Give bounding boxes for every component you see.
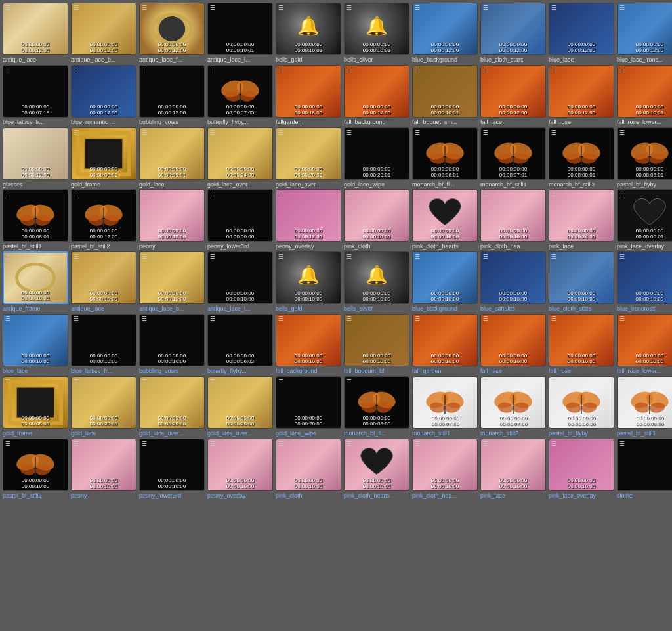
list-item[interactable]: ☰00:00:00:0000:00:10:00bubbling_vows (139, 314, 206, 375)
list-item[interactable]: ☰ 00:00:00:0000:00:10:00pink_cloth_heart… (344, 439, 411, 500)
list-item[interactable]: ☰00:00:00:0000:00:10:00fall_lace (480, 314, 547, 375)
list-item[interactable]: ☰ 🔔 00:00:00:0000:00:10:01bells_gold (276, 3, 343, 64)
list-item[interactable]: ☰00:00:00:0000:00:10:00fall_garden (412, 314, 479, 375)
list-item[interactable]: ☰00:00:00:0000:00:12:00blue_lace (549, 3, 616, 64)
list-item[interactable]: ☰00:00:00:0000:00:10:00pink_cloth_hea... (480, 189, 547, 250)
thumbnail-wrapper[interactable]: ☰00:00:00:0000:00:10:00 (276, 314, 341, 366)
thumbnail-wrapper[interactable]: ☰ 00:00:00:0000:00:07:00 (480, 376, 546, 429)
list-item[interactable]: ☰ 00:00:00:0000:00:06:01pastel_bf_flyby (617, 127, 672, 188)
thumbnail-wrapper[interactable]: ☰00:00:00:0000:00:12:00 (412, 3, 478, 55)
list-item[interactable]: ☰00:00:00:0000:00:10:00pink_cloth (344, 189, 411, 250)
thumbnail-wrapper[interactable]: ☰00:00:00:0000:00:10:00 (617, 314, 672, 366)
thumbnail-wrapper[interactable]: ☰00:00:00:0000:00:12:00 (71, 65, 136, 118)
thumbnail-wrapper[interactable]: ☰00:00:00:0000:00:10:01 (412, 65, 478, 118)
thumbnail-wrapper[interactable]: ☰00:00:00:0000:00:06:02 (207, 314, 273, 366)
thumbnail-wrapper[interactable]: ☰ 00:00:00:0000:00:20:00 (71, 376, 136, 429)
list-item[interactable]: ☰00:00:00:0000:00:20:01gold_lace_wipe (344, 127, 411, 188)
thumbnail-wrapper[interactable]: ☰00:00:00:0000:00:12:00 (480, 3, 546, 55)
list-item[interactable]: ☰ 00:00:00:0000:00:24:00gold_lace_over..… (207, 127, 274, 188)
thumbnail-wrapper[interactable]: ☰ 00:00:00:0000:00:06:01 (412, 127, 478, 180)
list-item[interactable]: ☰00:00:00:0000:00:10:01fall_rose_lower..… (617, 65, 672, 126)
list-item[interactable]: ☰00:00:00:0000:00:10:00pink_cloth_hea... (412, 439, 479, 500)
list-item[interactable]: ☰00:00:00:0000:00:10:01antique_lace_l... (207, 3, 274, 64)
list-item[interactable]: ☰ 00:00:00:0000:00:10:00antique_frame (3, 251, 70, 313)
list-item[interactable]: ☰00:00:00:0000:00:10:00fall_background (276, 314, 343, 375)
list-item[interactable]: ☰ 00:00:00:0000:00:10:00pink_cloth_heart… (412, 189, 479, 250)
list-item[interactable]: ☰ 00:00:00:0000:00:08:01monarch_bf_still… (549, 127, 616, 188)
thumbnail-wrapper[interactable]: ☰ 🔔 00:00:00:0000:00:10:00 (276, 251, 341, 304)
thumbnail-wrapper[interactable]: ☰00:00:00:0000:00:10:01 (617, 65, 672, 118)
thumbnail-wrapper[interactable]: ☰00:00:00:0000:00:20:00 (276, 376, 341, 429)
thumbnail-wrapper[interactable]: ☰00:00:00:0000:00:12:00 (549, 3, 614, 55)
thumbnail-wrapper[interactable]: ☰00:00:00:0000:00:12:00 (617, 3, 672, 55)
list-item[interactable]: ☰00:00:00:0000:00:10:00pink_cloth (276, 439, 343, 500)
list-item[interactable]: ☰ 🔔 00:00:00:0000:00:10:00bells_gold (276, 251, 343, 313)
thumbnail-wrapper[interactable]: ☰00:00:00:0000:00:10:00 (139, 314, 205, 366)
thumbnail-wrapper[interactable]: ☰00:00:00:0000:00:12:00 (276, 189, 341, 242)
thumbnail-wrapper[interactable]: ☰00:00:00:0000:00:10:00 (480, 439, 546, 491)
list-item[interactable]: ☰00:00:00:0000:00:12:00peony_overlay (276, 189, 343, 250)
thumbnail-wrapper[interactable]: ☰ 00:00:00:0000:00:08:01 (3, 189, 68, 242)
list-item[interactable]: ☰ 00:00:00:0000:00:20:00gold_lace (71, 376, 138, 437)
list-item[interactable]: ☰00:00:00:0000:00:10:00fall_bouquet_bf (344, 314, 411, 375)
list-item[interactable]: ☰00:00:00:0000:00:24:00pink_lace (549, 189, 616, 250)
list-item[interactable]: ☰00:00:00:0000:00:10:00pink_lace_overlay (549, 439, 616, 500)
thumbnail-wrapper[interactable]: ☰00:00:00:0000:00:10:00 (480, 314, 546, 366)
list-item[interactable]: ☰00:00:00:0000:00:12:00blue_cloth_stars (480, 3, 547, 64)
thumbnail-wrapper[interactable]: ☰00:00:00:0000:00:10:00 (207, 439, 273, 491)
list-item[interactable]: ☰ 00:00:00:0000:00:07:00monarch_still1 (412, 376, 479, 437)
thumbnail-wrapper[interactable]: ☰00:00:00:0000:00:10:00 (549, 251, 614, 304)
thumbnail-wrapper[interactable]: ☰ 00:00:00:0000:00:10:00 (3, 439, 68, 491)
thumbnail-wrapper[interactable]: ☰00:00:00:0000:00:10:00 (71, 251, 136, 304)
list-item[interactable]: ☰ 00:00:00:0000:00:07:00monarch_still2 (480, 376, 547, 437)
list-item[interactable]: ☰00:00:00:0000:00:06:02buterfly_flyby... (207, 314, 274, 375)
thumbnail-wrapper[interactable]: ☰00:00:00:0000:00:12:00 (139, 189, 205, 242)
thumbnail-wrapper[interactable]: ☰00:00:00:0000:00:10:00 (207, 251, 273, 304)
list-item[interactable]: ☰00:00:00:0000:00:07:18blue_lattice_fr..… (3, 65, 70, 126)
thumbnail-wrapper[interactable]: ☰ 00:00:00:0000:00:10:00 (412, 189, 478, 242)
thumbnail-wrapper[interactable]: ☰ 00:00:00:0000:00:24:00 (207, 127, 273, 180)
thumbnail-wrapper[interactable]: ☰00:00:00:0000:00:12:00 (71, 3, 136, 55)
thumbnail-wrapper[interactable]: ☰00:00:00:0000:00:12:00 (3, 127, 68, 180)
list-item[interactable]: ☰00:00:00:0000:00:10:00blue_candles (480, 251, 547, 313)
thumbnail-wrapper[interactable]: ☰ 00:00:00:0000:00:08:01 (71, 127, 136, 180)
list-item[interactable]: ☰ 00:00:00:0000:00:08:00pastel_bf_still1 (617, 376, 672, 437)
thumbnail-wrapper[interactable]: ☰00:00:00:0000:00:10:00 (412, 251, 478, 304)
thumbnail-wrapper[interactable]: ☰ 00:00:00:0000:00:00:01 (617, 189, 672, 242)
list-item[interactable]: ☰00:00:00:0000:00:10:00blue_lattice_fr..… (71, 314, 138, 375)
thumbnail-wrapper[interactable]: ☰00:00:00:0000:00:10:00 (412, 314, 478, 366)
thumbnail-wrapper[interactable]: ☰00:00:00:0000:00:12:00 (344, 65, 410, 118)
list-item[interactable]: ☰00:00:00:0000:00:10:00fall_rose_lower..… (617, 314, 672, 375)
list-item[interactable]: ☰ 00:00:00:0000:00:20:00gold_lace_over..… (207, 376, 274, 437)
thumbnail-wrapper[interactable]: ☰ 🔔 00:00:00:0000:00:10:01 (344, 3, 410, 55)
list-item[interactable]: ☰00:00:00:0000:00:12:00fall_background (344, 65, 411, 126)
list-item[interactable]: ☰00:00:00:0000:00:12:00blue_romantic_... (71, 65, 138, 126)
list-item[interactable]: ☰00:00:00:0000:00:10:00peony (71, 439, 138, 500)
list-item[interactable]: ☰ 00:00:00:0000:00:20:00gold_lace_over..… (139, 376, 206, 437)
thumbnail-wrapper[interactable]: ☰00:00:00:0000:00:10:00 (480, 189, 546, 242)
thumbnail-wrapper[interactable]: ☰00:00:00:0000:00:12:00 (3, 3, 68, 55)
thumbnail-wrapper[interactable]: ☰ 00:00:00:0000:00:20:00 (207, 376, 273, 429)
list-item[interactable]: ☰00:00:00:0000:00:18:00fallgarden (276, 65, 343, 126)
list-item[interactable]: ☰00:00:00:0000:00:20:00gold_lace_wipe (276, 376, 343, 437)
thumbnail-wrapper[interactable]: ☰00:00:00:0000:00:24:00 (549, 189, 614, 242)
thumbnail-wrapper[interactable]: ☰ 🔔 00:00:00:0000:00:10:00 (344, 251, 410, 304)
thumbnail-wrapper[interactable]: ☰ 00:00:00:0000:00:10:00 (139, 251, 205, 304)
thumbnail-wrapper[interactable]: ☰00:00:00:0000:00:10:00 (71, 314, 136, 366)
list-item[interactable]: ☰00:00:00:0000:00:10:00antique_lace (71, 251, 138, 313)
thumbnail-wrapper[interactable]: ☰00:00:00:0000:00:10:00 (3, 314, 68, 366)
thumbnail-wrapper[interactable]: ☰00:00:00:0000:00:10:00 (480, 251, 546, 304)
list-item[interactable]: ☰00:00:00:0000:00:12:00peony (139, 189, 206, 250)
list-item[interactable]: ☰clothe (617, 439, 672, 500)
thumbnail-wrapper[interactable]: ☰ 00:00:00:0000:00:05:01 (139, 127, 205, 180)
thumbnail-wrapper[interactable]: ☰ 00:00:00:0000:00:07:00 (412, 376, 478, 429)
list-item[interactable]: ☰00:00:00:0000:00:10:00fall_rose (549, 314, 616, 375)
thumbnail-wrapper[interactable]: ☰ 00:00:00:0000:00:07:01 (480, 127, 546, 180)
list-item[interactable]: ☰00:00:00:0000:00:10:00blue_cloth_stars (549, 251, 616, 313)
list-item[interactable]: ☰00:00:00:0000:00:10:00blue_ironcross (617, 251, 672, 313)
thumbnail-wrapper[interactable]: ☰ 00:00:00:0000:00:10:00 (344, 439, 410, 491)
thumbnail-wrapper[interactable]: ☰00:00:00:0000:00:07:18 (3, 65, 68, 118)
list-item[interactable]: ☰00:00:00:0000:00:12:00antique_lace_b... (71, 3, 138, 64)
thumbnail-wrapper[interactable]: ☰ 00:00:00:0000:00:12:00 (71, 189, 136, 242)
thumbnail-wrapper[interactable]: ☰00:00:00:0000:00:10:00 (139, 439, 205, 491)
